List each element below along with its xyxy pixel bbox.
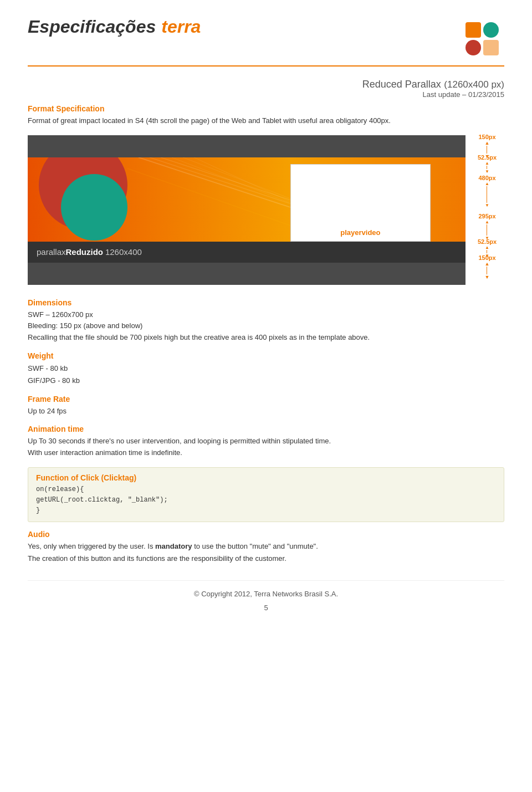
weight-section: Weight SWF - 80 kb GIF/JPG - 80 kb bbox=[28, 351, 504, 387]
code-line1: on(release){ bbox=[36, 484, 496, 495]
format-spec-body: Format of great impact located in S4 (4t… bbox=[28, 115, 504, 126]
dimensions-section: Dimensions SWF – 1260x700 px Bleeding: 1… bbox=[28, 298, 504, 344]
framerate-section: Frame Rate Up to 24 fps bbox=[28, 395, 504, 417]
meas-52-5px-bottom: 52.5px ▲ ▼ bbox=[478, 243, 497, 254]
audio-title: Audio bbox=[28, 530, 504, 539]
code-line2: getURL(_root.clicktag, "_blank"); bbox=[36, 495, 496, 505]
weight-body: SWF - 80 kb GIF/JPG - 80 kb bbox=[28, 362, 504, 387]
subtitle-size: (1260x400 px) bbox=[444, 79, 504, 90]
subtitle-main: Reduced Parallax (1260x400 px) bbox=[28, 78, 504, 90]
dimensions-body: SWF – 1260x700 px Bleeding: 150 px (abov… bbox=[28, 309, 504, 344]
banner-label-bold: Reduzido bbox=[66, 247, 104, 257]
audio-line1-end: to use the button "mute" and "unmute". bbox=[192, 542, 318, 550]
subtitle-title: Reduced Parallax (1260x400 px) bbox=[362, 78, 504, 90]
audio-bold: mandatory bbox=[155, 542, 192, 550]
audio-line1-text: Yes, only when triggered by the user. Is bbox=[28, 542, 155, 550]
meas-295px-label: 295px bbox=[478, 213, 495, 219]
banner-top-strip bbox=[28, 135, 466, 157]
subtitle-date: Last update – 01/23/2015 bbox=[28, 90, 504, 99]
format-spec-section: Format Specification Format of great imp… bbox=[28, 104, 504, 126]
dimensions-line2: Bleeding: 150 px (above and below) bbox=[28, 320, 504, 332]
svg-rect-3 bbox=[466, 40, 481, 55]
dimensions-line3: Recalling that the file should be 700 pi… bbox=[28, 332, 504, 344]
meas-480px-label: 480px bbox=[478, 175, 495, 181]
title-static: Especificações bbox=[28, 17, 156, 37]
framerate-body: Up to 24 fps bbox=[28, 406, 504, 417]
banner-video-box: playervideo bbox=[290, 164, 431, 242]
meas-52-5px-top-label: 52.5px bbox=[478, 154, 497, 161]
svg-rect-1 bbox=[466, 22, 481, 38]
animation-body2: With user interaction animation time is … bbox=[28, 447, 504, 458]
subtitle-block: Reduced Parallax (1260x400 px) Last upda… bbox=[28, 78, 504, 99]
code-line3: } bbox=[36, 505, 496, 516]
clicktag-section: Function of Click (Clicktag) on(release)… bbox=[28, 467, 504, 523]
weight-line1: SWF - 80 kb bbox=[28, 362, 504, 375]
banner-label-area: parallaxReduzido 1260x400 bbox=[28, 242, 466, 263]
terra-logo-icon: terra bbox=[460, 17, 504, 61]
banner-label-size: 1260x400 bbox=[105, 247, 142, 257]
framerate-title: Frame Rate bbox=[28, 395, 504, 403]
audio-line2: The creation of this button and its func… bbox=[28, 553, 504, 564]
meas-150px-bottom: 150px ▲ ▼ bbox=[478, 256, 495, 278]
banner-diagram-wrapper: playervideo parallaxReduzido 1260x400 15… bbox=[28, 135, 504, 285]
audio-line1: Yes, only when triggered by the user. Is… bbox=[28, 541, 504, 552]
animation-title: Animation time bbox=[28, 425, 504, 433]
clicktag-title: Function of Click (Clicktag) bbox=[36, 473, 496, 482]
header-divider bbox=[28, 65, 504, 67]
meas-295px: 295px ▲ ▼ bbox=[478, 213, 495, 241]
animation-section: Animation time Up To 30 seconds if there… bbox=[28, 425, 504, 458]
banner-label-plain: parallax bbox=[37, 247, 66, 257]
banner-main-area: playervideo parallaxReduzido 1260x400 bbox=[28, 157, 466, 263]
svg-rect-4 bbox=[483, 40, 499, 55]
banner-video-label: playervideo bbox=[340, 228, 380, 237]
clicktag-code: on(release){ getURL(_root.clicktag, "_bl… bbox=[36, 484, 496, 517]
footer-copyright: © Copyright 2012, Terra Networks Brasil … bbox=[194, 590, 338, 598]
dimensions-title: Dimensions bbox=[28, 298, 504, 307]
meas-150px-top-label: 150px bbox=[478, 134, 495, 140]
banner-bottom-strip bbox=[28, 263, 466, 285]
weight-line2: GIF/JPG - 80 kb bbox=[28, 375, 504, 387]
footer: © Copyright 2012, Terra Networks Brasil … bbox=[28, 580, 504, 598]
banner-diagram: playervideo parallaxReduzido 1260x400 bbox=[28, 135, 466, 285]
meas-52-5px-top: 52.5px ▲ ▼ bbox=[478, 159, 497, 170]
meas-150px-bottom-label: 150px bbox=[478, 254, 495, 261]
format-spec-title: Format Specification bbox=[28, 104, 504, 113]
page-title-block: Especificações terra bbox=[28, 17, 201, 37]
audio-section: Audio Yes, only when triggered by the us… bbox=[28, 530, 504, 564]
page-number: 5 bbox=[28, 604, 504, 612]
weight-title: Weight bbox=[28, 351, 504, 360]
measurements-right: 150px ▲ ▼ 52.5px ▲ ▼ 480px bbox=[466, 135, 504, 285]
dimensions-line1: SWF – 1260x700 px bbox=[28, 309, 504, 321]
svg-rect-2 bbox=[483, 22, 499, 38]
meas-52-5px-bottom-label: 52.5px bbox=[478, 238, 497, 245]
title-brand: terra bbox=[161, 17, 201, 37]
meas-480px: 480px ▲ ▼ bbox=[478, 172, 495, 211]
page-header: Especificações terra terra bbox=[28, 17, 504, 61]
animation-body1: Up To 30 seconds if there's no user inte… bbox=[28, 436, 504, 447]
